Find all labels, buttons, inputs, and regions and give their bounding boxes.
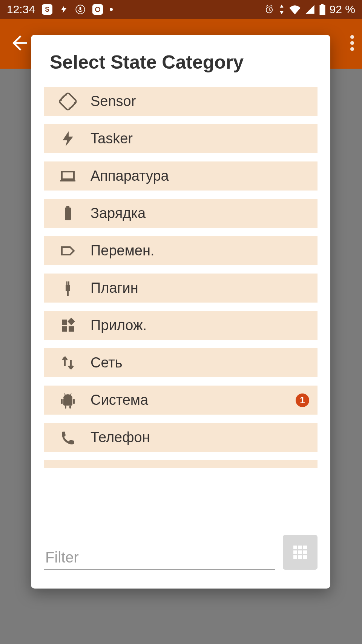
flash-icon	[52, 130, 84, 148]
svg-text:S: S	[45, 6, 49, 13]
category-label: Система	[90, 392, 148, 408]
svg-rect-23	[80, 7, 81, 10]
skype-icon: S	[42, 4, 52, 15]
category-item[interactable]: Зарядка	[44, 199, 318, 228]
svg-point-29	[350, 35, 354, 39]
laptop-icon	[52, 167, 84, 185]
category-item[interactable]: Аппаратура	[44, 161, 318, 191]
svg-point-30	[350, 41, 354, 45]
dialog-title: Select State Category	[31, 35, 330, 87]
plug-icon	[52, 279, 84, 297]
category-item[interactable]: Плагин	[44, 274, 318, 303]
svg-rect-24	[92, 4, 103, 15]
battery-pct: 92 %	[330, 3, 355, 16]
wifi-icon	[289, 4, 301, 15]
alarm-icon	[264, 4, 275, 15]
category-label: Зарядка	[90, 205, 146, 221]
svg-rect-32	[293, 546, 297, 549]
category-item[interactable]: Телефон	[44, 423, 318, 452]
status-bar: 12:34 S 92 %	[0, 0, 362, 19]
category-label: Перемен.	[90, 243, 155, 259]
svg-rect-35	[293, 550, 297, 554]
flash-icon	[59, 4, 68, 15]
filter-wrap	[44, 546, 275, 570]
dialog-footer	[31, 524, 330, 589]
battery-icon	[52, 204, 84, 223]
category-label: Аппаратура	[90, 168, 169, 184]
dot-icon	[110, 8, 113, 11]
svg-rect-27	[319, 5, 325, 15]
svg-rect-39	[298, 555, 302, 559]
category-label: Сеть	[90, 355, 123, 371]
overflow-menu-button[interactable]	[350, 34, 354, 54]
app-icon	[92, 4, 103, 15]
svg-point-31	[350, 47, 354, 51]
category-item[interactable]: Tasker	[44, 124, 318, 153]
select-state-category-dialog: Select State Category SensorTaskerАппара…	[31, 35, 330, 589]
badge: 1	[296, 393, 309, 407]
android-icon	[52, 391, 84, 409]
status-time: 12:34	[7, 3, 35, 16]
back-button[interactable]	[8, 32, 29, 55]
updown-icon	[52, 354, 84, 372]
mic-icon	[75, 4, 86, 15]
svg-rect-28	[321, 4, 324, 5]
category-label: Телефон	[90, 429, 150, 446]
tag-icon	[52, 242, 84, 260]
status-left: 12:34 S	[7, 3, 113, 16]
svg-rect-34	[303, 546, 307, 549]
svg-rect-38	[293, 555, 297, 559]
svg-rect-33	[298, 546, 302, 549]
rotate-icon	[52, 92, 84, 111]
apps-icon	[52, 317, 84, 335]
svg-rect-40	[303, 555, 307, 559]
category-item[interactable]: Sensor	[44, 87, 318, 116]
category-item[interactable]: Система1	[44, 386, 318, 415]
cell-icon	[305, 4, 315, 15]
data-icon	[278, 4, 285, 15]
category-label: Sensor	[90, 93, 136, 109]
phone-icon	[52, 429, 84, 447]
category-item[interactable]: Перемен.	[44, 236, 318, 265]
status-right: 92 %	[264, 3, 355, 16]
category-label: Прилож.	[90, 317, 147, 334]
category-item[interactable]: Сеть	[44, 348, 318, 377]
category-list: SensorTaskerАппаратураЗарядкаПеремен.Пла…	[31, 87, 330, 524]
svg-rect-37	[303, 550, 307, 554]
category-item-partial[interactable]	[44, 460, 318, 468]
grid-view-button[interactable]	[283, 535, 318, 570]
filter-input[interactable]	[44, 546, 275, 570]
category-label: Tasker	[90, 131, 133, 147]
category-item[interactable]: Прилож.	[44, 311, 318, 340]
svg-rect-36	[298, 550, 302, 554]
category-label: Плагин	[90, 280, 138, 296]
battery-icon	[319, 4, 326, 15]
